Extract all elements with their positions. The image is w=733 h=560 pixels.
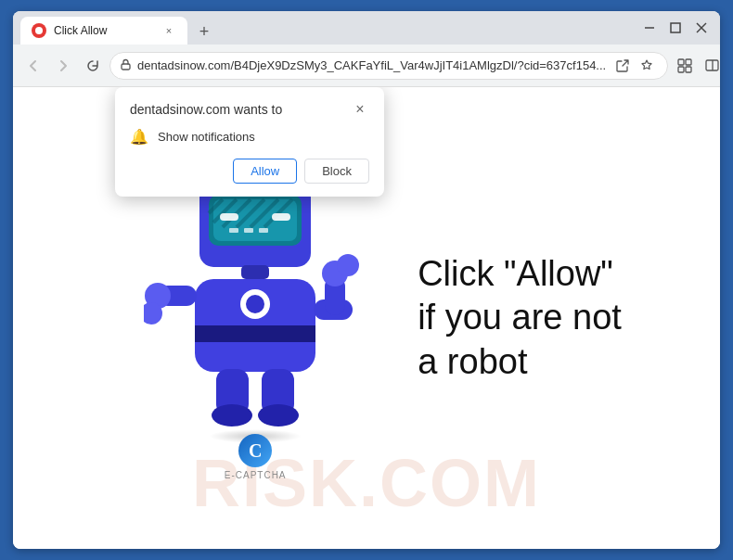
main-text-line1: Click "Allow": [418, 252, 622, 297]
lock-icon: [120, 58, 132, 73]
svg-rect-25: [272, 213, 290, 221]
tabs-bar: Click Allow × +: [20, 11, 638, 45]
tab-close-button[interactable]: ×: [161, 23, 176, 38]
tab-favicon: [32, 23, 46, 38]
new-tab-button[interactable]: +: [191, 19, 217, 45]
page-content: risk.com dentadsinow.com wants to × 🔔 Sh…: [13, 87, 720, 549]
captcha-label: C E-CAPTCHA: [225, 434, 287, 480]
svg-rect-31: [241, 265, 269, 279]
svg-rect-8: [686, 67, 691, 72]
url-bar[interactable]: dentadsinow.com/B4DjeX9DzSMy3_CAKFaYfiL_…: [109, 52, 668, 80]
address-bar: dentadsinow.com/B4DjeX9DzSMy3_CAKFaYfiL_…: [13, 45, 720, 87]
main-text-line3: a robot: [418, 340, 622, 385]
refresh-button[interactable]: [80, 53, 106, 79]
svg-point-45: [212, 404, 252, 426]
active-tab[interactable]: Click Allow ×: [20, 17, 187, 45]
minimize-button[interactable]: [638, 17, 661, 39]
url-text: dentadsinow.com/B4DjeX9DzSMy3_CAKFaYfiL_…: [137, 58, 606, 72]
captcha-logo: C: [238, 434, 272, 467]
popup-notification-row: 🔔 Show notifications: [130, 128, 369, 146]
title-bar: Click Allow × +: [13, 11, 720, 45]
main-text-line2: if you are not: [418, 296, 622, 340]
svg-rect-1: [671, 23, 680, 32]
captcha-text: E-CAPTCHA: [225, 470, 287, 480]
svg-point-35: [246, 295, 264, 313]
robot-illustration: [144, 156, 366, 434]
forward-button[interactable]: [50, 53, 76, 79]
extensions-button[interactable]: [672, 53, 698, 79]
svg-rect-33: [195, 325, 315, 342]
svg-rect-5: [678, 59, 684, 65]
svg-rect-6: [686, 59, 691, 65]
svg-point-46: [258, 404, 299, 426]
window-controls: [638, 17, 713, 39]
popup-header: dentadsinow.com wants to ×: [130, 100, 369, 119]
notification-popup: dentadsinow.com wants to × 🔔 Show notifi…: [115, 87, 384, 197]
tab-title: Click Allow: [54, 24, 154, 37]
svg-rect-7: [678, 67, 684, 72]
split-screen-button[interactable]: [700, 53, 720, 79]
browser-window: Click Allow × +: [13, 11, 720, 549]
notification-label: Show notifications: [158, 130, 255, 144]
main-text: Click "Allow" if you are not a robot: [418, 252, 622, 385]
browser-actions: [672, 53, 720, 79]
svg-rect-28: [259, 228, 268, 233]
url-actions: [611, 55, 658, 77]
close-button[interactable]: [690, 17, 713, 39]
maximize-button[interactable]: [664, 17, 687, 39]
svg-rect-24: [220, 213, 238, 221]
allow-button[interactable]: Allow: [233, 159, 297, 184]
popup-buttons: Allow Block: [130, 159, 369, 184]
svg-point-42: [337, 254, 359, 276]
share-url-button[interactable]: [611, 55, 634, 77]
svg-rect-26: [229, 228, 238, 233]
text-section: Click "Allow" if you are not a robot: [399, 252, 622, 385]
svg-rect-4: [122, 64, 130, 70]
favorites-button[interactable]: [636, 55, 658, 77]
svg-rect-27: [244, 228, 253, 233]
popup-close-button[interactable]: ×: [351, 100, 369, 119]
block-button[interactable]: Block: [304, 159, 369, 184]
popup-title: dentadsinow.com wants to: [130, 102, 282, 117]
bell-icon: 🔔: [130, 128, 148, 146]
robot-section: C E-CAPTCHA: [111, 156, 399, 480]
back-button[interactable]: [20, 53, 46, 79]
